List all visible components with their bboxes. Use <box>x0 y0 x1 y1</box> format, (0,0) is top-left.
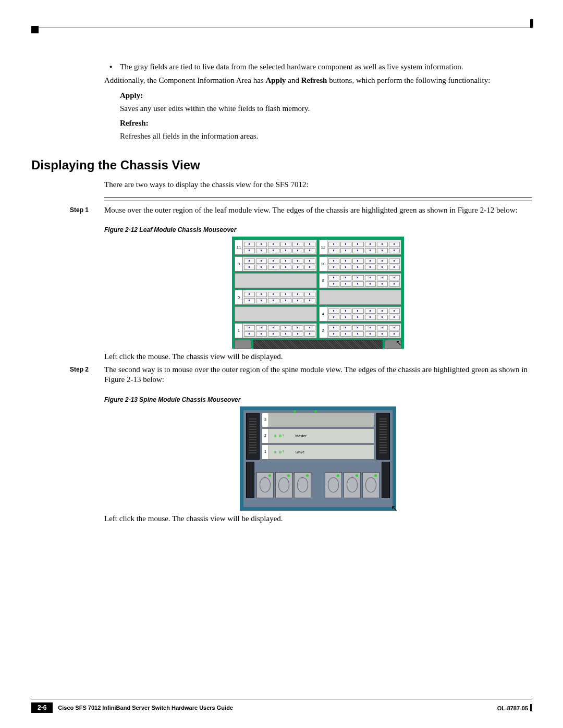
port <box>328 265 339 270</box>
header-left-square <box>31 26 39 33</box>
port <box>340 309 351 314</box>
fan-module <box>294 472 311 498</box>
port <box>377 265 388 270</box>
leaf-slot: 2 <box>319 323 401 338</box>
port <box>365 258 376 264</box>
port <box>292 331 303 337</box>
slot-leds: 8 8° <box>274 450 285 454</box>
paragraph-additional: Additionally, the Component Information … <box>104 76 532 85</box>
cursor-icon: ↖ <box>391 503 398 513</box>
port <box>268 248 279 253</box>
port <box>352 265 363 270</box>
port <box>377 325 388 330</box>
port <box>244 298 255 303</box>
fan-module <box>256 472 274 498</box>
port <box>377 315 388 320</box>
port <box>256 331 267 337</box>
port <box>389 258 400 264</box>
port <box>377 331 388 337</box>
spine-left-rail <box>246 413 260 460</box>
spine-bottom-block <box>246 462 254 498</box>
port <box>292 248 303 253</box>
port <box>304 331 315 337</box>
port <box>256 298 267 303</box>
leaf-slot: 1 <box>235 323 317 338</box>
spine-slot: 18 8°Slave <box>262 445 374 460</box>
footer-title: Cisco SFS 7012 InfiniBand Server Switch … <box>58 705 492 711</box>
port <box>280 242 291 247</box>
port <box>304 298 315 303</box>
slot-number: 8 <box>320 274 327 288</box>
port <box>304 325 315 330</box>
leaf-slot <box>319 290 401 305</box>
port <box>365 309 376 314</box>
port <box>352 281 363 287</box>
port <box>292 292 303 297</box>
spine-slot: 3 <box>262 413 374 428</box>
slot-number: 5 <box>235 290 243 304</box>
fan-module <box>325 472 342 498</box>
spine-slot: 28 8°Master <box>262 428 374 443</box>
port <box>304 265 315 270</box>
page-top-rule <box>31 21 532 28</box>
port <box>244 258 255 264</box>
port <box>256 265 267 270</box>
port <box>292 298 303 303</box>
port <box>244 248 255 253</box>
port <box>256 242 267 247</box>
port <box>377 242 388 247</box>
port <box>244 292 255 297</box>
page-footer: 2-6 Cisco SFS 7012 InfiniBand Server Swi… <box>31 699 532 714</box>
port <box>268 298 279 303</box>
port <box>365 242 376 247</box>
port <box>365 331 376 337</box>
port <box>244 331 255 337</box>
slot-label: Master <box>296 434 307 438</box>
port <box>352 331 363 337</box>
slot-number: 3 <box>262 413 269 427</box>
step-1: Step 1 Mouse over the outer region of th… <box>31 205 532 215</box>
port <box>328 248 339 253</box>
slot-number: 4 <box>320 307 327 321</box>
step-2-label: Step 2 <box>31 365 104 385</box>
leaf-slot: 4 <box>319 306 401 322</box>
slot-number: 12 <box>320 240 327 254</box>
leaf-slot: 9 <box>235 256 317 272</box>
leaf-chassis-figure: 111291085412↖ <box>232 237 404 349</box>
slot-number: 11 <box>235 240 243 254</box>
port <box>244 325 255 330</box>
port <box>292 265 303 270</box>
port <box>328 315 339 320</box>
port <box>340 331 351 337</box>
port <box>304 292 315 297</box>
port <box>268 292 279 297</box>
port <box>340 265 351 270</box>
port <box>352 242 363 247</box>
port <box>340 281 351 287</box>
port <box>352 248 363 253</box>
leaf-slot: 10 <box>319 256 401 272</box>
port <box>256 258 267 264</box>
port <box>268 325 279 330</box>
slot-number: 9 <box>235 257 243 271</box>
port <box>292 242 303 247</box>
port <box>280 265 291 270</box>
fan-module <box>344 472 361 498</box>
port <box>328 331 339 337</box>
port <box>377 275 388 280</box>
port <box>280 331 291 337</box>
slot-label: Slave <box>296 450 305 454</box>
step-1-post: Left click the mouse. The chassis view w… <box>104 352 532 362</box>
footer-docid: OL-8787-05 <box>497 704 532 712</box>
section-heading: Displaying the Chassis View <box>31 158 532 172</box>
port <box>328 325 339 330</box>
port <box>365 281 376 287</box>
port <box>304 248 315 253</box>
horizontal-rule <box>104 197 532 201</box>
port <box>340 315 351 320</box>
port <box>268 331 279 337</box>
port <box>340 242 351 247</box>
port <box>352 309 363 314</box>
step-2-post: Left click the mouse. The chassis view w… <box>104 514 532 524</box>
leaf-slot <box>235 273 317 288</box>
